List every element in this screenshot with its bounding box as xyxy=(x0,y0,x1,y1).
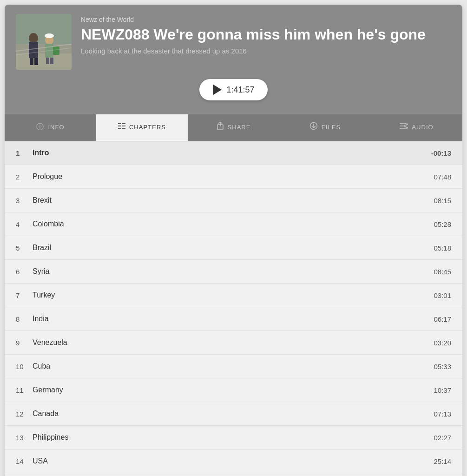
chapter-name: Philippines xyxy=(33,433,434,442)
header-info: Newz of the World NEWZ088 We're gonna mi… xyxy=(81,14,451,55)
chapter-name: Canada xyxy=(33,410,434,418)
chapter-row[interactable]: 11Germany10:37 xyxy=(5,378,462,402)
podcast-title: NEWZ088 We're gonna miss him when he's g… xyxy=(81,26,451,43)
chapter-number: 11 xyxy=(16,386,33,394)
chapter-name: Prologue xyxy=(33,172,434,181)
tab-files-label: FILES xyxy=(322,124,341,131)
chapter-row[interactable]: 14USA25:14 xyxy=(5,450,462,473)
svg-rect-11 xyxy=(50,58,53,64)
files-icon xyxy=(309,122,318,132)
svg-point-29 xyxy=(406,127,408,129)
chapter-name: Germany xyxy=(33,386,434,394)
svg-point-27 xyxy=(404,125,406,127)
chapter-number: 7 xyxy=(16,291,33,299)
chapter-name: USA xyxy=(33,457,434,465)
chapter-time: 03:20 xyxy=(434,339,451,347)
podcast-show: Newz of the World xyxy=(81,16,451,23)
svg-point-4 xyxy=(29,33,38,43)
chapter-number: 1 xyxy=(16,149,33,157)
chapter-row[interactable]: 3Brexit08:15 xyxy=(5,189,462,212)
chapter-row[interactable]: 6Syria08:45 xyxy=(5,260,462,284)
tab-files[interactable]: FILES xyxy=(279,114,371,141)
chapter-number: 8 xyxy=(16,315,33,323)
header: Newz of the World NEWZ088 We're gonna mi… xyxy=(5,5,462,114)
chapter-row[interactable]: 12Canada07:13 xyxy=(5,402,462,426)
chapter-time: 03:01 xyxy=(434,291,451,299)
tab-audio[interactable]: AUDIO xyxy=(371,114,462,141)
chapter-name: Turkey xyxy=(33,291,434,299)
play-icon xyxy=(213,85,222,95)
chapter-time: 05:33 xyxy=(434,363,451,370)
chapter-name: Brexit xyxy=(33,196,434,205)
chapter-time: 02:27 xyxy=(434,434,451,442)
player-controls: 1:41:57 xyxy=(16,79,451,100)
chapter-time: 08:45 xyxy=(434,268,451,276)
svg-point-12 xyxy=(45,33,54,38)
chapter-time: 05:28 xyxy=(434,220,451,228)
podcast-description: Looking back at the desaster that dresse… xyxy=(81,47,451,55)
audio-icon xyxy=(400,123,408,131)
svg-rect-6 xyxy=(30,58,33,65)
chapter-time: 06:17 xyxy=(434,315,451,323)
chapter-name: Syria xyxy=(33,267,434,276)
podcast-player: Newz of the World NEWZ088 We're gonna mi… xyxy=(5,5,462,476)
share-icon xyxy=(217,122,224,132)
podcast-thumbnail xyxy=(16,14,72,70)
chapter-time: 07:48 xyxy=(434,173,451,181)
chapter-name: Intro xyxy=(33,149,431,157)
header-top: Newz of the World NEWZ088 We're gonna mi… xyxy=(16,14,451,70)
chapter-row[interactable]: 9Venezuela03:20 xyxy=(5,331,462,355)
chapter-number: 10 xyxy=(16,363,33,370)
chapter-row[interactable]: 1Intro-00:13 xyxy=(5,141,462,165)
svg-rect-5 xyxy=(29,42,38,58)
chapter-name: Cuba xyxy=(33,362,434,370)
chapter-row[interactable]: 5Brazil05:18 xyxy=(5,236,462,260)
svg-point-25 xyxy=(406,123,408,125)
chapter-name: Venezuela xyxy=(33,338,434,347)
tab-chapters[interactable]: CHAPTERS xyxy=(96,114,188,141)
tabs-bar: ⓘ INFO CHAPTERS xyxy=(5,114,462,141)
tab-audio-label: AUDIO xyxy=(412,124,433,131)
chapter-time: 10:37 xyxy=(434,386,451,394)
chapter-row[interactable]: 10Cuba05:33 xyxy=(5,355,462,378)
chapter-number: 3 xyxy=(16,197,33,205)
chapter-time: 08:15 xyxy=(434,197,451,205)
chapter-time: 07:13 xyxy=(434,410,451,418)
chapter-row[interactable]: 2Prologue07:48 xyxy=(5,165,462,189)
chapter-row[interactable]: 13Philippines02:27 xyxy=(5,426,462,450)
chapter-number: 5 xyxy=(16,244,33,252)
chapter-row[interactable]: 4Colombia05:28 xyxy=(5,212,462,236)
svg-rect-13 xyxy=(53,46,59,55)
chapter-name: Colombia xyxy=(33,220,434,228)
tab-info-label: INFO xyxy=(48,124,64,131)
tab-share[interactable]: SHARE xyxy=(188,114,279,141)
chapter-number: 12 xyxy=(16,410,33,418)
chapter-time: 25:14 xyxy=(434,457,451,465)
svg-rect-2 xyxy=(16,14,72,44)
info-icon: ⓘ xyxy=(36,122,44,132)
play-duration: 1:41:57 xyxy=(226,85,254,95)
play-button[interactable]: 1:41:57 xyxy=(199,79,267,100)
chapter-time: 05:18 xyxy=(434,244,451,252)
chapter-number: 6 xyxy=(16,268,33,276)
chapters-list: 1Intro-00:132Prologue07:483Brexit08:154C… xyxy=(5,141,462,476)
chapters-icon xyxy=(118,123,125,131)
chapter-number: 2 xyxy=(16,173,33,181)
svg-rect-10 xyxy=(46,58,49,64)
thumbnail-image xyxy=(16,14,72,70)
chapter-number: 4 xyxy=(16,220,33,228)
tab-share-label: SHARE xyxy=(228,124,251,131)
chapter-time: -00:13 xyxy=(431,149,451,157)
tab-info[interactable]: ⓘ INFO xyxy=(5,114,96,141)
svg-rect-7 xyxy=(34,58,38,65)
chapter-name: India xyxy=(33,315,434,323)
tab-chapters-label: CHAPTERS xyxy=(129,124,166,131)
chapter-number: 13 xyxy=(16,434,33,442)
chapter-number: 14 xyxy=(16,457,33,465)
chapter-row[interactable]: 15Epilogue02:22 xyxy=(5,473,462,476)
chapter-name: Brazil xyxy=(33,244,434,252)
svg-rect-3 xyxy=(16,53,72,70)
chapter-row[interactable]: 7Turkey03:01 xyxy=(5,284,462,307)
chapter-number: 9 xyxy=(16,339,33,347)
chapter-row[interactable]: 8India06:17 xyxy=(5,307,462,331)
